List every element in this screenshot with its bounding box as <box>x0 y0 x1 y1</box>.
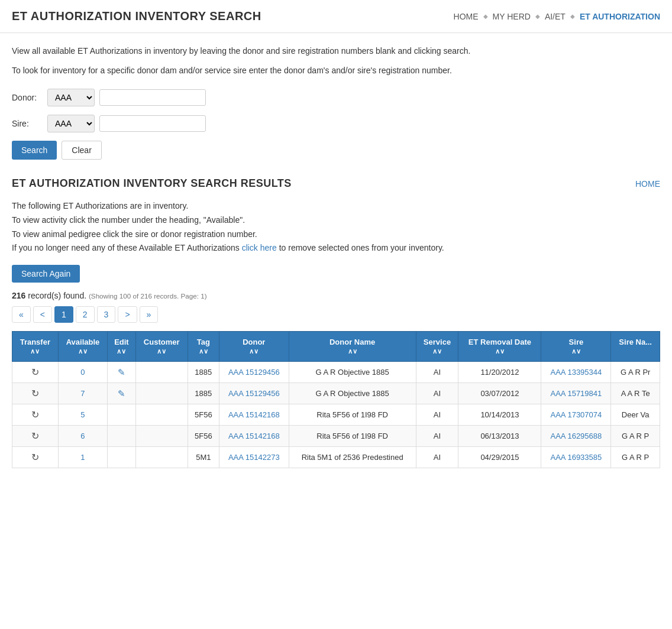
edit-icon-0[interactable]: ✎ <box>118 367 125 377</box>
page-next[interactable]: > <box>118 306 137 323</box>
results-info-line1: The following ET Authorizations are in i… <box>12 199 660 213</box>
available-link-4[interactable]: 1 <box>80 453 85 462</box>
nav-sep-2: ◆ <box>535 13 540 20</box>
click-here-link[interactable]: click here <box>242 243 277 252</box>
col-available: Available ∧∨ <box>58 332 108 362</box>
nav-sep-3: ◆ <box>570 13 575 20</box>
results-title: ET AUTHORIZATION INVENTORY SEARCH RESULT… <box>12 177 292 190</box>
cell-service-4: AI <box>416 447 458 468</box>
donor-link-3[interactable]: AAA 15142168 <box>228 432 280 440</box>
search-button[interactable]: Search <box>12 141 57 160</box>
cell-donor-3: AAA 15142168 <box>219 426 289 447</box>
cell-donor-4: AAA 15142273 <box>219 447 289 468</box>
edit-icon-1[interactable]: ✎ <box>118 388 125 398</box>
nav-my-herd[interactable]: MY HERD <box>493 12 531 21</box>
donor-select[interactable]: AAA AHA AHB AHC <box>47 89 95 106</box>
available-link-1[interactable]: 7 <box>80 389 85 398</box>
cell-transfer-1: ↻ <box>12 383 59 404</box>
sire-link-3[interactable]: AAA 16295688 <box>551 432 602 440</box>
table-row: ↻ 1 5M1 AAA 15142273 Rita 5M1 of 2536 Pr… <box>12 447 660 468</box>
nav-sep-1: ◆ <box>483 13 488 20</box>
cell-sire-name-3: G A R P <box>611 426 660 447</box>
transfer-icon-3[interactable]: ↻ <box>31 431 39 441</box>
cell-tag-0: 1885 <box>188 362 219 383</box>
results-info-line2: To view activity click the number under … <box>12 213 660 228</box>
sort-tag[interactable]: ∧∨ <box>193 348 214 355</box>
cell-edit-3 <box>108 426 135 447</box>
sire-link-0[interactable]: AAA 13395344 <box>551 368 602 377</box>
sort-sire[interactable]: ∧∨ <box>546 348 606 355</box>
transfer-icon-2[interactable]: ↻ <box>31 410 39 420</box>
col-sire-name: Sire Na... <box>611 332 660 362</box>
page-prev[interactable]: < <box>33 306 52 323</box>
sort-available[interactable]: ∧∨ <box>63 348 103 355</box>
cell-transfer-0: ↻ <box>12 362 59 383</box>
cell-service-1: AI <box>416 383 458 404</box>
cell-customer-3 <box>135 426 188 447</box>
cell-sire-0: AAA 13395344 <box>541 362 611 383</box>
cell-customer-0 <box>135 362 188 383</box>
form-buttons: Search Clear <box>12 141 660 160</box>
donor-link-2[interactable]: AAA 15142168 <box>228 410 280 419</box>
search-again-button[interactable]: Search Again <box>12 265 80 283</box>
page-1[interactable]: 1 <box>54 306 73 323</box>
nav-aiet[interactable]: AI/ET <box>545 12 566 21</box>
cell-customer-1 <box>135 383 188 404</box>
nav-home[interactable]: HOME <box>454 12 479 21</box>
results-home-link[interactable]: HOME <box>635 179 660 189</box>
cell-tag-2: 5F56 <box>188 404 219 426</box>
sire-link-2[interactable]: AAA 17307074 <box>551 410 602 419</box>
cell-transfer-3: ↻ <box>12 426 59 447</box>
cell-donor-name-3: Rita 5F56 of 1I98 FD <box>289 426 416 447</box>
sort-donor-name[interactable]: ∧∨ <box>294 348 411 355</box>
results-info-line3: To view animal pedigree click the sire o… <box>12 228 660 242</box>
cell-sire-3: AAA 16295688 <box>541 426 611 447</box>
col-et-removal-date: ET Removal Date ∧∨ <box>458 332 541 362</box>
sire-link-4[interactable]: AAA 16933585 <box>551 453 602 462</box>
sire-link-1[interactable]: AAA 15719841 <box>551 389 602 398</box>
donor-controls: AAA AHA AHB AHC <box>47 89 206 106</box>
col-sire: Sire ∧∨ <box>541 332 611 362</box>
cell-sire-name-4: G A R P <box>611 447 660 468</box>
donor-link-0[interactable]: AAA 15129456 <box>228 368 280 377</box>
cell-service-3: AI <box>416 426 458 447</box>
cell-customer-4 <box>135 447 188 468</box>
cell-transfer-2: ↻ <box>12 404 59 426</box>
sort-customer[interactable]: ∧∨ <box>141 348 183 355</box>
page-first[interactable]: « <box>12 306 31 323</box>
col-donor-name: Donor Name ∧∨ <box>289 332 416 362</box>
sort-donor[interactable]: ∧∨ <box>224 348 284 355</box>
cell-customer-2 <box>135 404 188 426</box>
description-line1: View all available ET Authorizations in … <box>12 45 660 57</box>
donor-input[interactable] <box>99 89 206 106</box>
sire-input[interactable] <box>99 115 206 132</box>
cell-sire-name-1: A A R Te <box>611 383 660 404</box>
cell-edit-4 <box>108 447 135 468</box>
page-last[interactable]: » <box>140 306 159 323</box>
sort-transfer[interactable]: ∧∨ <box>17 348 53 355</box>
sort-et-removal-date[interactable]: ∧∨ <box>463 348 536 355</box>
sire-select[interactable]: AAA AHA AHB AHC <box>47 115 95 132</box>
results-info-line4: If you no longer need any of these Avail… <box>12 241 660 255</box>
donor-link-1[interactable]: AAA 15129456 <box>228 389 280 398</box>
available-link-2[interactable]: 5 <box>80 410 85 419</box>
donor-link-4[interactable]: AAA 15142273 <box>228 453 280 462</box>
sort-service[interactable]: ∧∨ <box>421 348 454 355</box>
results-info-line4-post: to remove selected ones from your invent… <box>277 243 444 252</box>
transfer-icon-4[interactable]: ↻ <box>31 452 39 462</box>
clear-button[interactable]: Clear <box>62 141 101 160</box>
page-2[interactable]: 2 <box>76 306 95 323</box>
donor-label: Donor: <box>12 93 47 102</box>
pagination: « < 1 2 3 > » <box>12 306 660 323</box>
transfer-icon-0[interactable]: ↻ <box>31 367 39 377</box>
table-row: ↻ 7 ✎ 1885 AAA 15129456 G A R Objective … <box>12 383 660 404</box>
results-table: Transfer ∧∨ Available ∧∨ Edit ∧∨ Custome… <box>12 331 660 468</box>
sort-edit[interactable]: ∧∨ <box>112 348 130 355</box>
available-link-0[interactable]: 0 <box>80 368 85 377</box>
transfer-icon-1[interactable]: ↻ <box>31 388 39 398</box>
top-nav: HOME ◆ MY HERD ◆ AI/ET ◆ ET AUTHORIZATIO… <box>454 12 660 21</box>
col-service: Service ∧∨ <box>416 332 458 362</box>
available-link-3[interactable]: 6 <box>80 432 85 440</box>
cell-edit-0: ✎ <box>108 362 135 383</box>
page-3[interactable]: 3 <box>97 306 116 323</box>
